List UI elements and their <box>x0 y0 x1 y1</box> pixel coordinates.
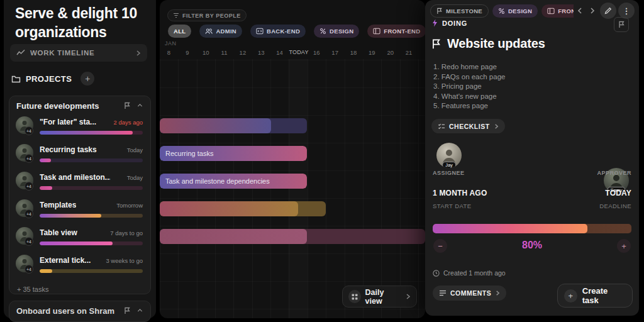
project-task-row[interactable]: +4TemplatesTomorrow <box>9 198 150 226</box>
grid-line <box>363 59 364 318</box>
avatar-count-badge: +4 <box>25 154 33 163</box>
project-task-row[interactable]: +4External tick...3 weeks to go <box>9 253 150 281</box>
status-row[interactable]: DOING <box>431 19 467 27</box>
gantt-bar[interactable] <box>160 229 425 244</box>
task-detail-panel: MILESTONEDESIGNFRONT-ENDG ⋮ DOING Websit… <box>425 0 639 316</box>
team-filter-chip-all[interactable]: ALL <box>168 25 191 38</box>
grid-line <box>308 59 308 318</box>
progress-bar-fill <box>433 224 587 233</box>
work-timeline-nav[interactable]: WORK TIMELINE <box>10 44 147 62</box>
project-card-title: Future developments <box>16 101 99 111</box>
task-progress-track <box>40 186 143 190</box>
project-task-row[interactable]: +4Table view7 days to go <box>9 226 150 253</box>
team-filter-chip-admin[interactable]: ADMIN <box>199 25 242 38</box>
filter-by-people-button[interactable]: FILTER BY PEOPLE <box>167 9 247 21</box>
grid-line <box>252 59 253 318</box>
project-task-row[interactable]: +4"For later" sta...2 days ago <box>9 115 150 143</box>
chevron-right-icon <box>135 50 141 57</box>
axis-tick-day: 16 <box>308 49 326 56</box>
prev-task-chevron[interactable] <box>577 7 583 14</box>
gantt-bar-label: Recurring tasks <box>165 146 213 161</box>
task-progress-fill <box>40 269 52 273</box>
comments-label: COMMENTS <box>450 289 491 297</box>
grid-line <box>197 59 197 318</box>
task-title: Website updates <box>447 36 545 51</box>
task-progress-track <box>40 158 143 162</box>
task-progress-track <box>40 214 143 218</box>
team-filter-chip-design[interactable]: DESIGN <box>314 25 359 38</box>
project-task-row[interactable]: +4Task and mileston...Today <box>9 170 150 198</box>
task-progress-fill <box>40 158 51 162</box>
progress-bar[interactable] <box>433 224 631 233</box>
description-list-item: 3. Pricing page <box>433 82 505 92</box>
checklist-button[interactable]: CHECKLIST <box>431 119 505 133</box>
grid-line <box>345 59 345 318</box>
create-task-button[interactable]: + Create task <box>557 284 633 308</box>
work-timeline-label: WORK TIMELINE <box>30 49 94 57</box>
add-project-button[interactable]: + <box>80 72 94 86</box>
task-progress-fill <box>40 242 113 245</box>
gantt-bar-task-and-milestone-dependencies[interactable]: Task and milestone dependencies <box>160 174 307 189</box>
task-tag-chip-design[interactable]: DESIGN <box>492 4 538 18</box>
chevron-up-icon[interactable] <box>136 307 143 314</box>
edit-button[interactable] <box>600 3 616 19</box>
project-card-header[interactable]: Future developments <box>9 96 150 115</box>
grid-line <box>270 59 271 318</box>
more-tasks-label[interactable]: + 35 tasks <box>17 286 150 293</box>
start-date-value: 1 MONTH AGO <box>433 189 487 197</box>
team-filter-chip-front-end[interactable]: FRONT-END <box>367 25 425 38</box>
checklist-icon <box>438 123 445 130</box>
task-progress-track <box>40 131 143 135</box>
assignee-avatar[interactable]: Jay <box>436 143 462 168</box>
assignee-name-badge: Jay <box>442 162 456 168</box>
next-task-chevron[interactable] <box>589 7 595 14</box>
task-due-label: Today <box>127 147 143 153</box>
task-due-label: Today <box>127 174 143 181</box>
gantt-timeline-panel: FILTER BY PEOPLE ALLADMINBACK-ENDDESIGNF… <box>160 0 425 318</box>
chevron-up-icon[interactable] <box>136 102 143 109</box>
trend-icon <box>16 49 25 57</box>
approver-role-label: APPROVER <box>597 170 631 176</box>
axis-tick-day: 9 <box>178 49 196 56</box>
chevron-right-icon <box>495 290 500 296</box>
task-progress-fill <box>40 186 52 190</box>
task-description-list: 1. Redo home page2. FAQs on each page3. … <box>433 62 505 111</box>
flag-icon <box>618 21 625 28</box>
flag-icon <box>124 307 131 314</box>
gantt-bar[interactable] <box>160 201 326 216</box>
grid-line <box>160 59 160 318</box>
gantt-bar-fill <box>160 201 298 216</box>
created-label: Created 1 month ago <box>443 269 506 277</box>
progress-percent: 80% <box>425 240 639 251</box>
task-due-label: 2 days ago <box>114 119 143 126</box>
axis-tick-day: 8 <box>160 49 178 56</box>
task-tag-chips: MILESTONEDESIGNFRONT-ENDG <box>430 4 574 18</box>
gantt-bar-recurring-tasks[interactable]: Recurring tasks <box>160 146 307 161</box>
deadline-label: DEADLINE <box>599 203 631 209</box>
project-task-row[interactable]: +4Recurring tasksToday <box>9 143 150 170</box>
axis-tick-day: 12 <box>233 49 252 56</box>
axis-tick-day: 13 <box>252 49 270 56</box>
project-card-onboard[interactable]: Onboard users on Shram <box>9 301 151 322</box>
team-filter-chip-back-end[interactable]: BACK-END <box>250 25 306 38</box>
description-list-item: 5. Features page <box>433 101 505 111</box>
flag-icon <box>124 102 131 109</box>
grid-line <box>418 59 419 318</box>
task-list: +4"For later" sta...2 days ago+4Recurrin… <box>9 115 150 281</box>
date-axis: 891011121314TODAY161718192021 <box>160 49 425 57</box>
projects-label: PROJECTS <box>26 74 72 84</box>
task-tag-chip-front-end[interactable]: FRONT-END <box>541 4 574 18</box>
avatar-count-badge: +4 <box>25 182 33 191</box>
task-name: "For later" sta... <box>40 118 96 126</box>
folder-icon <box>11 75 21 83</box>
chevron-right-icon <box>494 123 499 130</box>
month-label: JAN <box>165 40 177 47</box>
task-progress-fill <box>40 214 101 218</box>
task-tag-chip-milestone[interactable]: MILESTONE <box>430 4 489 18</box>
comments-button[interactable]: COMMENTS <box>433 286 506 301</box>
axis-tick-day: 10 <box>197 49 215 56</box>
flag-toggle-button[interactable] <box>614 17 629 32</box>
daily-view-button[interactable]: Daily view <box>342 286 417 308</box>
gantt-bar[interactable] <box>160 118 307 133</box>
created-row: Created 1 month ago <box>433 269 506 277</box>
